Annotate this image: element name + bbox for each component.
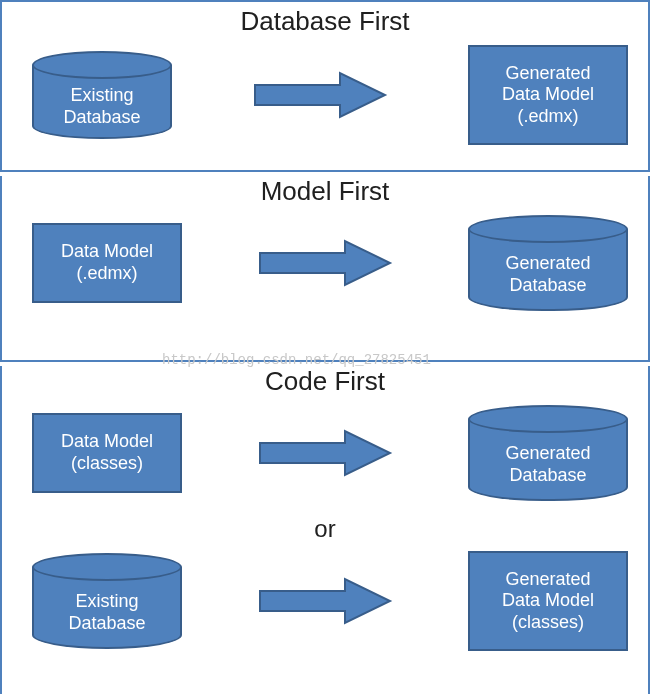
panel-row: Existing Database Generated Data Model (… — [2, 545, 648, 663]
arrow-right-icon — [250, 238, 400, 288]
panel-title: Model First — [2, 176, 648, 207]
panel-title: Database First — [2, 6, 648, 37]
rect-text-line: Data Model — [61, 431, 153, 453]
panel-row: Data Model (classes) Generated Database — [2, 399, 648, 513]
ef-approaches-diagram: Database First Existing Database Generat… — [0, 0, 650, 694]
watermark-text: http://blog.csdn.net/qq_27825451 — [162, 352, 431, 368]
rect-text-line: (classes) — [512, 612, 584, 634]
panel-code-first: Code First Data Model (classes) Generate… — [0, 366, 650, 694]
connector-or: or — [2, 515, 648, 543]
generated-data-model-classes-box: Generated Data Model (classes) — [468, 551, 628, 651]
panel-row: Existing Database Generated Data Model (… — [2, 39, 648, 157]
existing-database-cylinder: Existing Database — [32, 51, 172, 139]
rect-text-line: Data Model — [61, 241, 153, 263]
arrow-right-icon — [250, 576, 400, 626]
rect-text-line: (classes) — [71, 453, 143, 475]
svg-marker-2 — [260, 431, 390, 475]
data-model-box: Data Model (.edmx) — [32, 223, 182, 303]
rect-text-line: (.edmx) — [517, 106, 578, 128]
rect-text-line: (.edmx) — [76, 263, 137, 285]
arrow-right-icon — [245, 70, 395, 120]
rect-text-line: Generated — [505, 63, 590, 85]
cyl-text-line: Database — [509, 275, 586, 297]
svg-marker-3 — [260, 579, 390, 623]
rect-text-line: Data Model — [502, 590, 594, 612]
cyl-text-line: Database — [63, 107, 140, 129]
arrow-right-icon — [250, 428, 400, 478]
cyl-text-line: Existing — [75, 591, 138, 613]
cyl-text-line: Database — [68, 613, 145, 635]
existing-database-cylinder: Existing Database — [32, 553, 182, 649]
panel-title: Code First — [2, 366, 648, 397]
cyl-text-line: Existing — [70, 85, 133, 107]
data-model-classes-box: Data Model (classes) — [32, 413, 182, 493]
generated-database-cylinder: Generated Database — [468, 405, 628, 501]
svg-marker-1 — [260, 241, 390, 285]
generated-database-cylinder: Generated Database — [468, 215, 628, 311]
rect-text-line: Generated — [505, 569, 590, 591]
generated-data-model-box: Generated Data Model (.edmx) — [468, 45, 628, 145]
panel-database-first: Database First Existing Database Generat… — [0, 0, 650, 172]
panel-row: Data Model (.edmx) Generated Database — [2, 209, 648, 323]
cyl-text-line: Database — [509, 465, 586, 487]
svg-marker-0 — [255, 73, 385, 117]
cyl-text-line: Generated — [505, 253, 590, 275]
panel-model-first: Model First Data Model (.edmx) Generated… — [0, 176, 650, 362]
rect-text-line: Data Model — [502, 84, 594, 106]
cyl-text-line: Generated — [505, 443, 590, 465]
